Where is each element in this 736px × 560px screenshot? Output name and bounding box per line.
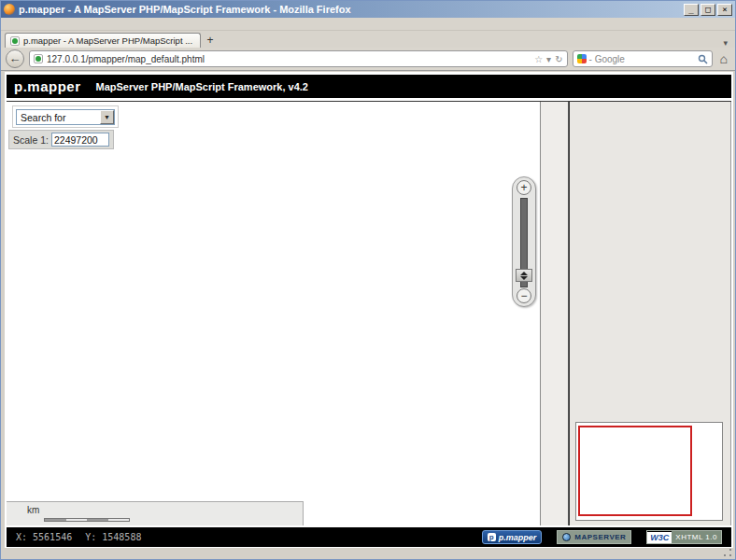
app-header: p.mapper MapServer PHP/MapScript Framewo… (7, 75, 731, 98)
slider-zoom-out-button[interactable]: − (517, 288, 531, 303)
firefox-icon (4, 4, 15, 15)
status-bar: X: 5561546 Y: 1548588 p p.mapper MAPSERV… (7, 527, 731, 547)
w3c-xhtml-badge[interactable]: W3C XHTML 1.0 (646, 530, 722, 544)
url-text[interactable]: 127.0.0.1/pmapper/map_default.phtml (47, 54, 531, 64)
slider-zoom-in-button[interactable]: + (517, 180, 531, 195)
zoom-slider[interactable]: + − (512, 176, 536, 307)
scale-bar: km (7, 501, 304, 525)
window-frame-bottom (1, 547, 735, 559)
select-dropdown-button[interactable]: ▼ (100, 110, 114, 124)
bookmark-star-icon[interactable]: ☆ (534, 54, 543, 64)
google-icon (577, 54, 587, 63)
url-dropdown-caret[interactable]: ▾ (546, 54, 551, 64)
site-favicon (34, 54, 43, 63)
pmapper-badge[interactable]: p p.mapper (482, 530, 543, 544)
window-title: p.mapper - A MapServer PHP/MapScript Fra… (19, 4, 684, 15)
list-all-tabs-caret[interactable]: ▾ (723, 38, 731, 48)
search-for-label: Search for (17, 112, 100, 123)
active-tab[interactable]: p.mapper - A MapServer PHP/MapScript ... (5, 33, 201, 48)
pmapper-favicon (10, 36, 20, 46)
reference-map[interactable] (575, 422, 723, 521)
maximize-button[interactable]: □ (701, 4, 715, 16)
search-box[interactable]: - Google (573, 50, 713, 67)
reload-icon[interactable]: ↻ (555, 54, 562, 64)
pmapper-badge-icon: p (488, 533, 496, 541)
map-toolbar (541, 102, 569, 525)
reference-extent-rect (578, 426, 692, 516)
coordinate-x: X: 5561546 (16, 532, 72, 542)
minimize-button[interactable]: _ (684, 4, 699, 16)
pmapper-page: p.mapper MapServer PHP/MapScript Framewo… (5, 72, 733, 548)
back-button[interactable]: ← (6, 49, 24, 68)
map-viewport[interactable]: Search for ▼ Scale 1: + − km (7, 102, 541, 525)
resize-grip[interactable] (723, 548, 732, 557)
scalebar-segments (44, 518, 130, 522)
new-tab-button[interactable]: + (201, 34, 219, 48)
search-engine-text[interactable]: - Google (589, 54, 695, 64)
browser-home-button[interactable]: ⌂ (717, 51, 730, 66)
globe-icon (562, 533, 571, 541)
url-bar[interactable]: 127.0.0.1/pmapper/map_default.phtml ☆ ▾ … (29, 50, 568, 67)
scale-input[interactable] (51, 133, 109, 147)
scale-label: Scale 1: (13, 134, 49, 146)
slider-handle[interactable] (516, 269, 532, 282)
scale-panel: Scale 1: (8, 130, 114, 149)
main-area: Search for ▼ Scale 1: + − km (7, 101, 731, 525)
city-markers-layer (7, 102, 541, 525)
navigation-bar: ← 127.0.0.1/pmapper/map_default.phtml ☆ … (1, 48, 735, 71)
tab-title: p.mapper - A MapServer PHP/MapScript ... (23, 35, 195, 46)
scalebar-unit: km (27, 505, 39, 515)
title-bar[interactable]: p.mapper - A MapServer PHP/MapScript Fra… (1, 1, 735, 18)
app-subtitle: MapServer PHP/MapScript Framework, v4.2 (96, 81, 308, 92)
search-for-select[interactable]: Search for ▼ (16, 109, 115, 125)
pmapper-logo: p.mapper (14, 78, 81, 94)
tab-bar: p.mapper - A MapServer PHP/MapScript ...… (1, 31, 735, 48)
legend-sidebar (569, 102, 731, 525)
firefox-window: p.mapper - A MapServer PHP/MapScript Fra… (0, 0, 736, 560)
magnifier-icon[interactable] (698, 54, 708, 64)
close-button[interactable]: × (717, 4, 732, 16)
search-panel: Search for ▼ (12, 105, 119, 128)
mapserver-badge[interactable]: MAPSERVER (557, 530, 631, 544)
coordinate-y: Y: 1548588 (85, 532, 141, 542)
menu-bar (1, 18, 735, 31)
